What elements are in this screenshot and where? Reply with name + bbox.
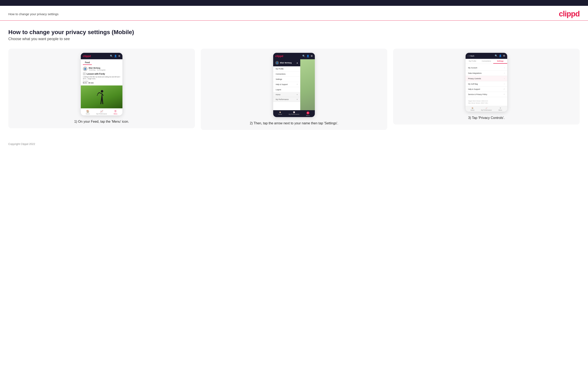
mygolfbag-label: My Golf Bag (468, 83, 478, 85)
chevron-right-myaccount: › (504, 67, 505, 69)
list-item-helpsupport[interactable]: Help & Support ↗ (466, 87, 507, 92)
phone2-bg (300, 59, 315, 110)
logout-label: Logout (276, 89, 281, 91)
step-1-caption: 1) On your Feed, tap the 'Menu' icon. (74, 119, 129, 124)
connections-label: Connections (276, 73, 285, 75)
copyright: Copyright Clippd 2022 (8, 142, 35, 146)
phone3-header: ‹ < Back 🔍 👤 ⚙ (466, 53, 507, 59)
phone3-bottom-nav: 🏠 Home 📈 My Performance ☰ Menu (466, 106, 507, 112)
golf-image (81, 85, 122, 108)
steps-container: clippd 🔍 👤 ⚙ Feed 👤 Blair (8, 49, 580, 130)
phone-2-mockup: clippd 🔍 👤 ⚙ 👤 Blair McHarg (273, 53, 315, 117)
tab-myprofile[interactable]: My Profile (466, 59, 480, 64)
phone1-logo: clippd (83, 54, 91, 58)
home-icon: 🏠 (86, 110, 89, 113)
perf-icon2: 📈 (293, 111, 295, 113)
phone3-tab-menu[interactable]: ☰ Menu (493, 107, 507, 111)
lesson-title: Lesson with Fordy (86, 73, 105, 75)
bottom-tab-menu[interactable]: ☰ Menu (108, 110, 122, 115)
bottom-tab-performance: 📈 My Performance (95, 110, 109, 115)
back-icon: ‹ (468, 55, 468, 57)
tab-settings[interactable]: Settings (493, 59, 507, 64)
menu-item-helpsupport[interactable]: Help & Support ↗ (273, 82, 300, 87)
list-item-mygolfbag[interactable]: My Golf Bag › (466, 81, 507, 87)
menu-icon3: ☰ (500, 107, 501, 109)
header-breadcrumb: How to change your privacy settings (8, 12, 59, 16)
settings-icon: ⚙ (118, 55, 120, 57)
settings-label: Settings (276, 78, 282, 80)
settings-tab-label: Settings (497, 60, 504, 62)
lesson-icon (83, 72, 86, 75)
feed-tab: Feed (83, 60, 92, 65)
menu-overlay: 👤 Blair McHarg ▲ My Profile Connections (273, 59, 315, 110)
connections-tab-label: Connections (482, 60, 491, 62)
phone-3-mockup: ‹ < Back 🔍 👤 ⚙ My Profile Connect (466, 53, 507, 112)
menu-item-settings[interactable]: Settings (273, 77, 300, 82)
home-icon3: 🏠 (472, 107, 474, 109)
menu-username: Blair McHarg (280, 62, 292, 64)
menu-user-row: 👤 Blair McHarg ▲ (273, 59, 300, 66)
menu-icon: ☰ (114, 110, 117, 113)
phone1-bottom-nav: 🏠 Home 📈 My Performance ☰ Menu (81, 108, 122, 115)
ext-icon-privacy: ↗ (503, 93, 505, 95)
perf-label2: My Performance (289, 114, 299, 115)
search-icon: 🔍 (110, 55, 113, 57)
tab-connections[interactable]: Connections (480, 59, 493, 64)
menu-chevron-up: ▲ (296, 62, 298, 64)
list-item-dataintegrations[interactable]: Data Integrations › (466, 70, 507, 76)
top-bar (0, 0, 588, 6)
list-item-serviceprivacy[interactable]: Service & Privacy Policy ↗ (466, 92, 507, 97)
step-2-card: clippd 🔍 👤 ⚙ 👤 Blair McHarg (201, 49, 387, 130)
myprofile-label: My Profile (276, 68, 284, 70)
chevron-right-privacy: › (504, 77, 505, 80)
menu-label: Menu (114, 113, 117, 115)
step-3-caption: 3) Tap 'Privacy Controls'. (468, 115, 505, 120)
duration-label: Duration (83, 81, 120, 82)
chevron-down-performance: ▾ (297, 98, 298, 100)
lesson-text: Looking to feel like my hands are exitin… (83, 76, 120, 80)
back-label: < Back (469, 55, 474, 57)
settings-icon3: ⚙ (503, 54, 505, 57)
performance-icon: 📈 (100, 110, 103, 113)
privacycontrols-label: Privacy Controls (468, 78, 481, 80)
post-author-sub: Yesterday · Sunningdale (89, 69, 105, 71)
step-1-card: clippd 🔍 👤 ⚙ Feed 👤 Blair (8, 49, 195, 128)
chevron-right-data: › (504, 72, 505, 74)
helpsupport-label: Help & Support (276, 83, 288, 85)
menu-label2: Menu (306, 115, 310, 116)
close-menu-btn[interactable]: ✕ (306, 111, 309, 114)
svg-point-0 (101, 90, 103, 92)
phone3-tab-home: 🏠 Home (466, 107, 480, 111)
step-3-card: ‹ < Back 🔍 👤 ⚙ My Profile Connect (393, 49, 580, 125)
duration-val: 01 hr : 30 min (83, 82, 120, 84)
chevron-down-home: ▾ (297, 93, 298, 96)
phone2-tab-menu[interactable]: ✕ Menu (301, 111, 315, 116)
logo: clippd (559, 9, 580, 18)
list-item-privacycontrols[interactable]: Privacy Controls › (466, 76, 507, 81)
menu-item-connections[interactable]: Connections (273, 72, 300, 77)
phone3-tabs: My Profile Connections Settings (466, 59, 507, 64)
profile-icon2: 👤 (306, 55, 309, 57)
perf-label3: My Performance (481, 109, 492, 111)
svg-line-1 (97, 94, 98, 96)
home-label2: Home (278, 114, 282, 115)
back-button[interactable]: ‹ < Back (468, 55, 474, 57)
menu-label3: Menu (499, 109, 502, 111)
home-section-label: Home (276, 93, 280, 96)
perf-icon3: 📈 (485, 107, 487, 109)
home-label3: Home (471, 109, 475, 111)
home-label: Home (86, 113, 90, 115)
ext-icon-help: ↗ (503, 88, 505, 90)
phone2-icons: 🔍 👤 ⚙ (302, 55, 313, 57)
menu-item-myprofile[interactable]: My Profile (273, 66, 300, 72)
version-line1: Clippd Client Version: 2022.8.3-3 (468, 100, 505, 102)
menu-item-logout[interactable]: Logout (273, 87, 300, 92)
phone1-header: clippd 🔍 👤 ⚙ (81, 53, 122, 59)
post-card: 👤 Blair McHarg Yesterday · Sunningdale L… (81, 65, 122, 85)
phone2-bottom-nav: 🏠 Home 📈 My Performance ✕ Menu (273, 110, 315, 117)
performance-label: My Performance (96, 113, 107, 115)
helpsupport-label3: Help & Support (468, 88, 480, 90)
step-2-caption: 2) Then, tap the arrow next to your name… (250, 121, 338, 126)
page-footer: Copyright Clippd 2022 (0, 138, 588, 150)
list-item-myaccount[interactable]: My Account › (466, 65, 507, 70)
